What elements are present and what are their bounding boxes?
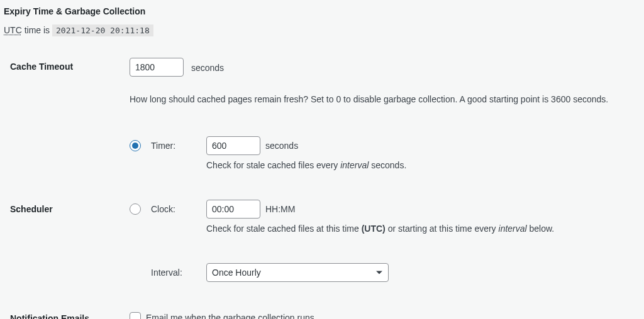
scheduler-clock-input[interactable]: [206, 200, 260, 219]
scheduler-interval-select[interactable]: Once Hourly: [206, 263, 389, 282]
scheduler-label: Scheduler: [4, 204, 130, 214]
scheduler-timer-input[interactable]: [206, 136, 260, 155]
utc-time-line: UTC time is 2021-12-20 20:11:18: [4, 25, 640, 35]
scheduler-timer-units: seconds: [265, 141, 298, 151]
section-title: Expiry Time & Garbage Collection: [4, 6, 640, 16]
utc-abbr: UTC: [4, 25, 22, 35]
utc-text-middle: time is: [22, 25, 52, 35]
utc-time-value: 2021-12-20 20:11:18: [52, 24, 153, 36]
notification-checkbox-label: Email me when the garbage collection run…: [146, 313, 317, 319]
scheduler-row: Scheduler Timer: seconds Check for stale…: [4, 131, 640, 287]
scheduler-clock-radio[interactable]: [130, 203, 141, 215]
cache-timeout-input[interactable]: [130, 58, 184, 77]
cache-timeout-row: Cache Timeout seconds: [4, 53, 640, 82]
notification-label: Notification Emails: [4, 310, 130, 319]
scheduler-timer-description: Check for stale cached files every inter…: [206, 159, 640, 172]
scheduler-interval-label: Interval:: [151, 263, 203, 282]
scheduler-clock-description: Check for stale cached files at this tim…: [206, 222, 640, 235]
scheduler-timer-radio[interactable]: [130, 140, 141, 151]
cache-timeout-label: Cache Timeout: [4, 58, 130, 72]
cache-timeout-description: How long should cached pages remain fres…: [4, 93, 640, 106]
scheduler-clock-label: Clock:: [151, 200, 203, 219]
scheduler-timer-label: Timer:: [151, 136, 203, 155]
scheduler-clock-units: HH:MM: [265, 204, 295, 214]
cache-timeout-units: seconds: [191, 63, 224, 73]
notification-row: Notification Emails Email me when the ga…: [4, 305, 640, 319]
notification-checkbox[interactable]: [130, 312, 141, 319]
